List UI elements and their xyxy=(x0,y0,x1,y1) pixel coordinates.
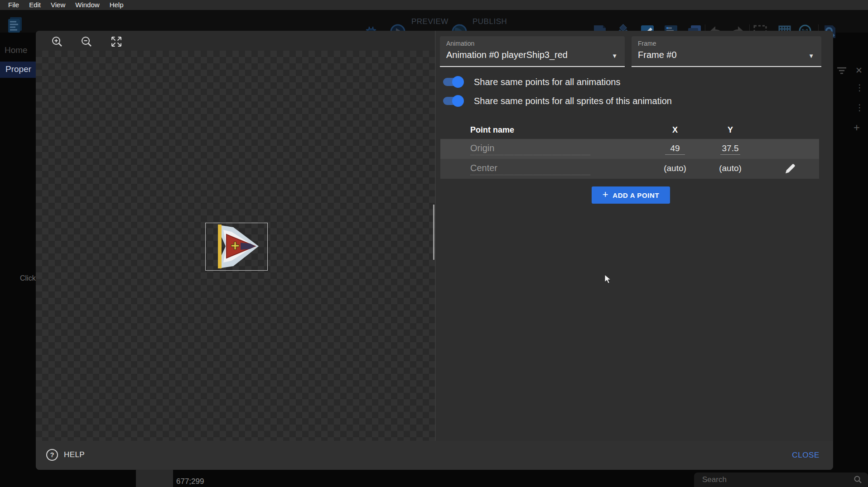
toggle-thumb xyxy=(452,95,464,107)
status-bar-coordinates: 677;299 xyxy=(176,477,204,486)
point-y-field: (auto) xyxy=(710,163,751,173)
animation-select[interactable]: Animation Animation #0 playerShip3_red ▼ xyxy=(440,36,625,67)
mouse-cursor xyxy=(604,274,613,284)
menu-window[interactable]: Window xyxy=(70,0,104,10)
menu-edit[interactable]: Edit xyxy=(24,0,46,10)
share-points-all-animations-toggle[interactable] xyxy=(442,76,464,88)
tab-properties-label: Proper xyxy=(5,64,31,74)
column-x: X xyxy=(668,125,682,135)
animation-select-label: Animation xyxy=(446,40,474,47)
point-x-field[interactable]: 49 xyxy=(655,143,695,155)
point-y-field[interactable]: 37.5 xyxy=(710,143,751,155)
menu-help[interactable]: Help xyxy=(105,0,129,10)
toggle-label: Share same points for all sprites of thi… xyxy=(474,96,672,106)
search-input[interactable] xyxy=(702,474,838,485)
column-y: Y xyxy=(723,125,737,135)
point-name-field[interactable]: Center xyxy=(470,163,590,175)
search-icon[interactable] xyxy=(854,475,863,484)
publish-button-label[interactable]: PUBLISH xyxy=(473,17,507,26)
frame-select-label: Frame xyxy=(638,40,656,47)
zoom-out-icon[interactable] xyxy=(80,35,93,48)
help-label: HELP xyxy=(64,450,85,459)
close-button[interactable]: CLOSE xyxy=(792,451,820,460)
edit-points-dialog: Animation Animation #0 playerShip3_red ▼… xyxy=(36,31,833,470)
animation-select-value: Animation #0 playerShip3_red xyxy=(446,50,568,60)
canvas-toolbar xyxy=(36,31,436,51)
svg-text:?: ? xyxy=(50,451,54,458)
point-name-field[interactable]: Origin xyxy=(470,143,590,155)
main-toolbar: PREVIEW PUBLISH 1:1 xyxy=(0,10,868,33)
edit-point-pencil-icon[interactable] xyxy=(784,162,796,175)
share-points-all-animations-row: Share same points for all animations xyxy=(442,76,621,88)
point-x-field: (auto) xyxy=(655,163,695,173)
tab-properties[interactable]: Proper xyxy=(0,62,36,78)
sprite-canvas-pane xyxy=(36,31,436,441)
points-panel: Animation Animation #0 playerShip3_red ▼… xyxy=(436,31,833,441)
chevron-down-icon: ▼ xyxy=(612,53,617,59)
project-manager-icon[interactable] xyxy=(6,15,24,35)
canvas-scrollbar[interactable] xyxy=(433,205,434,260)
background-panel-corner xyxy=(136,469,173,487)
add-panel-item-icon[interactable]: + xyxy=(854,121,860,134)
panel-close-icon[interactable]: ✕ xyxy=(855,65,863,76)
menu-view[interactable]: View xyxy=(46,0,70,10)
app-root: File Edit View Window Help PREVIEW PUBLI… xyxy=(0,0,868,487)
menu-file[interactable]: File xyxy=(3,0,24,10)
points-table-header: Point name X Y xyxy=(440,122,819,139)
share-points-all-sprites-toggle[interactable] xyxy=(442,95,464,107)
table-row-origin[interactable]: Origin 49 37.5 xyxy=(440,139,819,159)
fit-to-screen-icon[interactable] xyxy=(110,35,123,48)
dialog-footer: ? HELP CLOSE xyxy=(36,441,833,470)
sprite-image[interactable] xyxy=(205,223,268,271)
menu-bar: File Edit View Window Help xyxy=(0,0,868,10)
add-a-point-label: ADD A POINT xyxy=(612,191,659,199)
tab-home[interactable]: Home xyxy=(5,45,28,55)
properties-panel-hint-text: Click xyxy=(20,274,36,282)
plus-icon: + xyxy=(603,189,608,201)
search-bar xyxy=(694,473,868,487)
zoom-in-icon[interactable] xyxy=(50,35,64,48)
preview-button-label[interactable]: PREVIEW xyxy=(411,17,448,26)
frame-select[interactable]: Frame Frame #0 ▼ xyxy=(632,36,821,67)
share-points-all-sprites-row: Share same points for all sprites of thi… xyxy=(442,95,672,107)
more-vertical-icon[interactable]: ⋮ xyxy=(855,102,864,113)
table-row-center[interactable]: Center (auto) (auto) xyxy=(440,159,819,179)
column-point-name: Point name xyxy=(470,125,514,135)
chevron-down-icon: ▼ xyxy=(808,53,814,59)
more-vertical-icon[interactable]: ⋮ xyxy=(855,82,864,93)
help-button[interactable]: ? HELP xyxy=(46,449,85,461)
toggle-thumb xyxy=(452,76,464,88)
add-a-point-button[interactable]: + ADD A POINT xyxy=(592,186,670,204)
filter-icon[interactable] xyxy=(836,66,847,75)
help-circle-icon: ? xyxy=(46,449,58,461)
toggle-label: Share same points for all animations xyxy=(474,77,621,87)
frame-select-value: Frame #0 xyxy=(638,50,677,60)
